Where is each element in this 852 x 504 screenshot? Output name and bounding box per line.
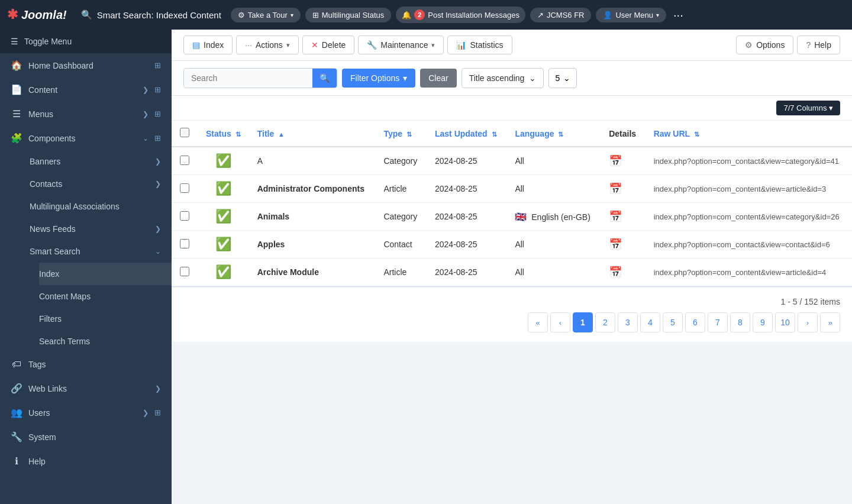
last-page-button[interactable]: » bbox=[820, 312, 840, 332]
next-page-button[interactable]: › bbox=[798, 312, 818, 332]
sidebar-item-content[interactable]: 📄 Content ❯ ⊞ bbox=[0, 77, 172, 102]
sidebar-item-weblinks[interactable]: 🔗 Web Links ❯ bbox=[0, 376, 172, 400]
row-checkbox-3[interactable] bbox=[180, 239, 189, 248]
notifications-button[interactable]: 🔔 2 Post Installation Messages bbox=[396, 7, 525, 23]
row-lastupdated: 2024-08-25 bbox=[435, 267, 477, 277]
help-button[interactable]: ? Help bbox=[797, 35, 840, 54]
row-details-cell[interactable]: 📅 bbox=[601, 203, 645, 231]
row-checkbox-0[interactable] bbox=[180, 156, 189, 165]
smartsearch-arrow-icon: ⌄ bbox=[155, 247, 161, 256]
sidebar-item-multilingual-associations[interactable]: Multilingual Associations bbox=[30, 195, 172, 218]
maintenance-button[interactable]: 🔧 Maintenance ▾ bbox=[358, 35, 444, 54]
row-lastupdated: 2024-08-25 bbox=[435, 184, 477, 193]
columns-button[interactable]: 7/7 Columns ▾ bbox=[776, 101, 840, 115]
multilingual-status-button[interactable]: ⊞ Multilingual Status bbox=[305, 8, 392, 22]
logo-text: Joomla! bbox=[21, 8, 67, 22]
bell-icon: 🔔 bbox=[402, 11, 411, 20]
page-8-button[interactable]: 8 bbox=[730, 312, 750, 332]
top-navigation: ✱ Joomla! 🔍 Smart Search: Indexed Conten… bbox=[0, 0, 852, 30]
filter-chevron-icon: ▾ bbox=[403, 73, 407, 83]
filter-options-button[interactable]: Filter Options ▾ bbox=[342, 69, 415, 88]
row-details-cell[interactable]: 📅 bbox=[601, 147, 645, 175]
jcms-button[interactable]: ↗ JCMS6 FR bbox=[530, 8, 592, 22]
row-checkbox-1[interactable] bbox=[180, 183, 189, 193]
page-5-button[interactable]: 5 bbox=[663, 312, 683, 332]
sidebar-item-smart-search[interactable]: Smart Search ⌄ bbox=[30, 240, 172, 263]
clear-button[interactable]: Clear bbox=[420, 69, 456, 88]
type-column-header[interactable]: Type ⇅ bbox=[375, 121, 427, 147]
sidebar-item-contacts[interactable]: Contacts ❯ bbox=[30, 173, 172, 195]
logo[interactable]: ✱ Joomla! bbox=[7, 7, 67, 22]
row-status-cell: ✅ bbox=[198, 147, 249, 175]
page-3-button[interactable]: 3 bbox=[618, 312, 638, 332]
sort-select[interactable]: Title ascending ⌄ bbox=[462, 68, 544, 88]
select-all-checkbox[interactable] bbox=[180, 128, 189, 137]
row-rawurl: index.php?option=com_content&view=articl… bbox=[654, 185, 827, 193]
take-tour-button[interactable]: ⚙ Take a Tour ▾ bbox=[231, 8, 301, 22]
sidebar-item-tags[interactable]: 🏷 Tags bbox=[0, 353, 172, 376]
prev-page-button[interactable]: ‹ bbox=[550, 312, 570, 332]
page-7-button[interactable]: 7 bbox=[708, 312, 728, 332]
sidebar-item-content-maps[interactable]: Content Maps bbox=[39, 285, 172, 308]
page-10-button[interactable]: 10 bbox=[775, 312, 795, 332]
components-grid-icon: ⊞ bbox=[154, 134, 161, 143]
language-column-header[interactable]: Language ⇅ bbox=[506, 121, 601, 147]
page-9-button[interactable]: 9 bbox=[753, 312, 773, 332]
lastupdated-column-header[interactable]: Last Updated ⇅ bbox=[427, 121, 506, 147]
delete-button[interactable]: ✕ Delete bbox=[302, 35, 354, 54]
statistics-button[interactable]: 📊 Statistics bbox=[447, 35, 512, 54]
page-1-button[interactable]: 1 bbox=[573, 312, 593, 332]
sidebar-item-filters[interactable]: Filters bbox=[39, 308, 172, 330]
row-status-cell: ✅ bbox=[198, 231, 249, 259]
sidebar-item-banners[interactable]: Banners ❯ bbox=[30, 150, 172, 173]
table-row: ✅ Animals Category 2024-08-25 🇬🇧 English… bbox=[172, 203, 852, 231]
page-4-button[interactable]: 4 bbox=[640, 312, 660, 332]
sidebar-item-menus[interactable]: ☰ Menus ❯ ⊞ bbox=[0, 102, 172, 126]
row-checkbox-2[interactable] bbox=[180, 211, 189, 221]
options-button[interactable]: ⚙ Options bbox=[736, 35, 793, 54]
row-lastupdated-cell: 2024-08-25 bbox=[427, 175, 506, 203]
actions-button[interactable]: ··· Actions ▾ bbox=[236, 35, 299, 54]
page-6-button[interactable]: 6 bbox=[685, 312, 705, 332]
first-page-button[interactable]: « bbox=[528, 312, 548, 332]
row-language: All bbox=[515, 267, 524, 277]
row-title-cell: Archive Module bbox=[249, 259, 376, 286]
home-grid-icon: ⊞ bbox=[154, 61, 161, 70]
calendar-icon[interactable]: 📅 bbox=[609, 211, 622, 222]
search-input[interactable] bbox=[184, 69, 312, 88]
sidebar-item-home[interactable]: 🏠 Home Dashboard ⊞ bbox=[0, 53, 172, 77]
sidebar-item-help[interactable]: ℹ Help bbox=[0, 449, 172, 473]
external-icon: ↗ bbox=[537, 11, 544, 20]
calendar-icon[interactable]: 📅 bbox=[609, 266, 622, 278]
calendar-icon[interactable]: 📅 bbox=[609, 238, 622, 250]
row-details-cell[interactable]: 📅 bbox=[601, 259, 645, 286]
row-details-cell[interactable]: 📅 bbox=[601, 231, 645, 259]
sidebar-item-system[interactable]: 🔧 System bbox=[0, 425, 172, 449]
row-rawurl: index.php?option=com_content&view=articl… bbox=[654, 268, 827, 277]
more-options-button[interactable]: ··· bbox=[671, 8, 686, 22]
sidebar-item-news-feeds[interactable]: News Feeds ❯ bbox=[30, 218, 172, 240]
per-page-select[interactable]: 5 ⌄ bbox=[548, 68, 577, 88]
sidebar-item-users[interactable]: 👥 Users ❯ ⊞ bbox=[0, 400, 172, 425]
index-button[interactable]: ▤ Index bbox=[183, 35, 233, 54]
rawurl-column-header[interactable]: Raw URL ⇅ bbox=[646, 121, 852, 147]
status-column-header[interactable]: Status ⇅ bbox=[198, 121, 249, 147]
row-title-cell: Apples bbox=[249, 231, 376, 259]
search-button[interactable]: 🔍 bbox=[312, 69, 337, 88]
title-column-header[interactable]: Title ▲ bbox=[249, 121, 376, 147]
toggle-menu-button[interactable]: ☰ Toggle Menu bbox=[0, 30, 172, 53]
sort-chevron-icon: ⌄ bbox=[529, 73, 536, 83]
page-2-button[interactable]: 2 bbox=[595, 312, 615, 332]
sidebar-item-index[interactable]: Index bbox=[39, 263, 172, 285]
calendar-icon[interactable]: 📅 bbox=[609, 183, 622, 195]
user-menu-button[interactable]: 👤 User Menu ▾ bbox=[596, 8, 666, 22]
sidebar-item-search-terms[interactable]: Search Terms bbox=[39, 330, 172, 353]
row-checkbox-cell bbox=[172, 203, 198, 231]
sidebar-item-components[interactable]: 🧩 Components ⌄ ⊞ bbox=[0, 126, 172, 150]
calendar-icon[interactable]: 📅 bbox=[609, 155, 622, 167]
row-details-cell[interactable]: 📅 bbox=[601, 175, 645, 203]
select-all-header[interactable] bbox=[172, 121, 198, 147]
row-checkbox-4[interactable] bbox=[180, 267, 189, 276]
menus-icon: ☰ bbox=[11, 108, 22, 119]
table-body: ✅ A Category 2024-08-25 All 📅 index.php?… bbox=[172, 147, 852, 286]
